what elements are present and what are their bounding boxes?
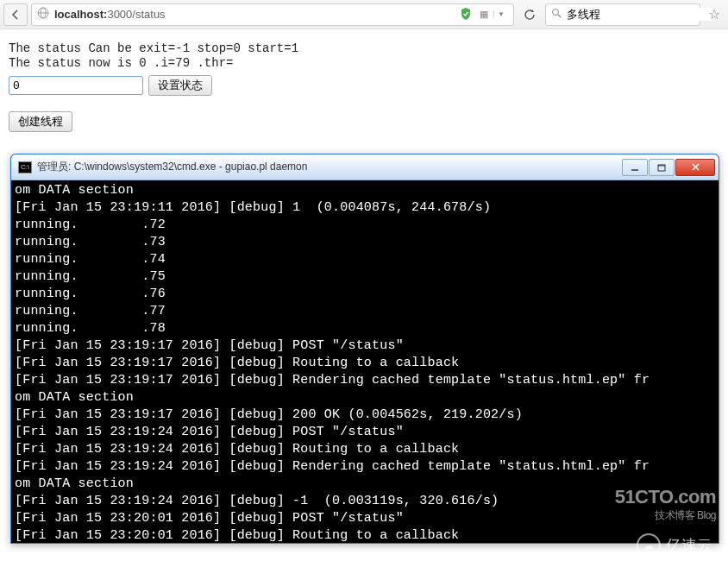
console-window: C:\ 管理员: C:\windows\system32\cmd.exe - g… xyxy=(10,154,719,544)
globe-icon xyxy=(37,7,49,22)
close-button[interactable] xyxy=(675,159,715,176)
create-thread-button[interactable]: 创建线程 xyxy=(9,111,72,132)
refresh-button[interactable] xyxy=(518,3,542,26)
svg-point-3 xyxy=(553,9,559,16)
url-host: localhost:3000/status xyxy=(54,8,166,21)
search-input[interactable] xyxy=(567,8,712,21)
status-input[interactable] xyxy=(9,76,143,95)
console-titlebar[interactable]: C:\ 管理员: C:\windows\system32\cmd.exe - g… xyxy=(11,154,719,180)
back-button[interactable] xyxy=(3,3,28,26)
set-status-button[interactable]: 设置状态 xyxy=(148,75,212,96)
console-output: om DATA section [Fri Jan 15 23:19:11 201… xyxy=(11,180,719,543)
console-title: 管理员: C:\windows\system32\cmd.exe - gupia… xyxy=(37,160,616,174)
search-bar[interactable] xyxy=(545,3,700,26)
shield-icon xyxy=(461,8,471,22)
status-legend-text: The status Can be exit=-1 stop=0 start=1 xyxy=(9,41,719,55)
browser-toolbar: localhost:3000/status ▦ ▼ ☆ xyxy=(0,0,728,29)
status-current-text: The status now is 0 .i=79 .thr= xyxy=(9,56,719,70)
bookmark-star-icon[interactable]: ☆ xyxy=(704,6,725,22)
url-bar[interactable]: localhost:3000/status ▦ ▼ xyxy=(31,3,514,26)
cmd-icon: C:\ xyxy=(18,161,32,173)
search-icon xyxy=(551,8,562,21)
page-content: The status Can be exit=-1 stop=0 start=1… xyxy=(0,29,728,144)
url-dropdown-icon[interactable]: ▼ xyxy=(493,10,508,18)
qr-icon[interactable]: ▦ xyxy=(480,9,488,20)
maximize-button[interactable] xyxy=(649,159,675,176)
minimize-button[interactable] xyxy=(622,159,648,176)
svg-line-4 xyxy=(558,15,561,17)
